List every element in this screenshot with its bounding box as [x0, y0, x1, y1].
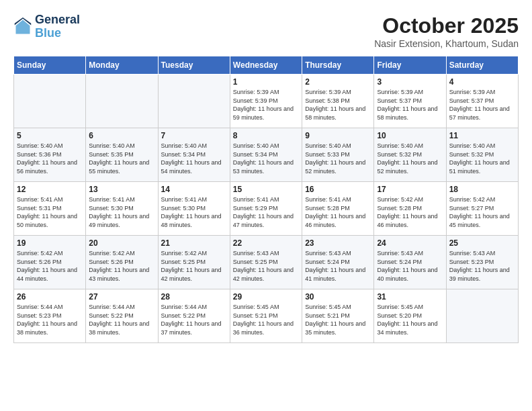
day-number: 17 [377, 185, 443, 194]
calendar-day-cell: 30Sunrise: 5:45 AM Sunset: 5:21 PM Dayli… [302, 289, 374, 343]
day-info: Sunrise: 5:41 AM Sunset: 5:29 PM Dayligh… [233, 195, 299, 229]
day-number: 23 [305, 238, 371, 248]
day-info: Sunrise: 5:42 AM Sunset: 5:25 PM Dayligh… [161, 249, 227, 283]
day-number: 29 [233, 292, 299, 302]
day-info: Sunrise: 5:43 AM Sunset: 5:25 PM Dayligh… [233, 249, 299, 283]
title-block: October 2025 Nasir Extension, Khartoum, … [374, 13, 519, 49]
day-number: 4 [449, 77, 515, 87]
calendar-day-cell [446, 289, 518, 343]
calendar-day-cell: 1Sunrise: 5:39 AM Sunset: 5:39 PM Daylig… [230, 75, 302, 128]
calendar-day-cell: 12Sunrise: 5:41 AM Sunset: 5:31 PM Dayli… [14, 182, 86, 236]
day-number: 25 [449, 238, 515, 248]
calendar-day-cell: 24Sunrise: 5:43 AM Sunset: 5:24 PM Dayli… [374, 236, 446, 289]
logo-line1: General [35, 13, 80, 27]
day-number: 16 [305, 185, 371, 194]
calendar-day-cell: 11Sunrise: 5:40 AM Sunset: 5:32 PM Dayli… [446, 128, 518, 182]
day-number: 26 [17, 292, 83, 302]
day-number: 14 [161, 185, 227, 194]
weekday-header-cell: Tuesday [158, 56, 230, 75]
logo-icon [13, 17, 32, 36]
day-number: 19 [17, 238, 83, 248]
calendar-day-cell [14, 75, 86, 128]
weekday-header-cell: Monday [86, 56, 158, 75]
calendar-day-cell: 25Sunrise: 5:43 AM Sunset: 5:23 PM Dayli… [446, 236, 518, 289]
day-number: 24 [377, 238, 443, 248]
page-header: General Blue October 2025 Nasir Extensio… [13, 13, 519, 49]
logo-text: General Blue [35, 13, 80, 40]
day-number: 10 [377, 131, 443, 140]
day-number: 22 [233, 238, 299, 248]
day-number: 1 [233, 77, 299, 87]
calendar-day-cell: 19Sunrise: 5:42 AM Sunset: 5:26 PM Dayli… [14, 236, 86, 289]
day-number: 30 [305, 292, 371, 302]
day-number: 13 [89, 185, 154, 194]
day-info: Sunrise: 5:43 AM Sunset: 5:23 PM Dayligh… [449, 249, 515, 283]
month-title: October 2025 [374, 13, 519, 38]
day-number: 3 [377, 77, 443, 87]
calendar-day-cell [158, 75, 230, 128]
day-number: 8 [233, 131, 299, 140]
day-info: Sunrise: 5:40 AM Sunset: 5:35 PM Dayligh… [89, 142, 154, 175]
weekday-header-cell: Thursday [302, 56, 374, 75]
calendar-body: 1Sunrise: 5:39 AM Sunset: 5:39 PM Daylig… [14, 75, 519, 343]
calendar-day-cell: 7Sunrise: 5:40 AM Sunset: 5:34 PM Daylig… [158, 128, 230, 182]
weekday-header-cell: Sunday [14, 56, 86, 75]
day-info: Sunrise: 5:40 AM Sunset: 5:32 PM Dayligh… [449, 142, 515, 175]
day-info: Sunrise: 5:40 AM Sunset: 5:36 PM Dayligh… [17, 142, 83, 175]
day-number: 27 [89, 292, 154, 302]
calendar-day-cell: 31Sunrise: 5:45 AM Sunset: 5:20 PM Dayli… [374, 289, 446, 343]
day-number: 15 [233, 185, 299, 194]
day-info: Sunrise: 5:43 AM Sunset: 5:24 PM Dayligh… [305, 249, 371, 283]
day-info: Sunrise: 5:42 AM Sunset: 5:27 PM Dayligh… [449, 195, 515, 229]
day-info: Sunrise: 5:41 AM Sunset: 5:28 PM Dayligh… [305, 195, 371, 229]
day-number: 7 [161, 131, 227, 140]
calendar-day-cell: 10Sunrise: 5:40 AM Sunset: 5:32 PM Dayli… [374, 128, 446, 182]
calendar-day-cell: 17Sunrise: 5:42 AM Sunset: 5:28 PM Dayli… [374, 182, 446, 236]
calendar-day-cell: 2Sunrise: 5:39 AM Sunset: 5:38 PM Daylig… [302, 75, 374, 128]
day-number: 21 [161, 238, 227, 248]
calendar-day-cell: 27Sunrise: 5:44 AM Sunset: 5:22 PM Dayli… [86, 289, 158, 343]
day-number: 5 [17, 131, 83, 140]
day-info: Sunrise: 5:44 AM Sunset: 5:22 PM Dayligh… [89, 303, 154, 336]
day-info: Sunrise: 5:44 AM Sunset: 5:23 PM Dayligh… [17, 303, 83, 336]
calendar-day-cell: 23Sunrise: 5:43 AM Sunset: 5:24 PM Dayli… [302, 236, 374, 289]
calendar-day-cell: 5Sunrise: 5:40 AM Sunset: 5:36 PM Daylig… [14, 128, 86, 182]
calendar-table: SundayMondayTuesdayWednesdayThursdayFrid… [13, 56, 519, 343]
day-number: 6 [89, 131, 154, 140]
calendar-day-cell: 16Sunrise: 5:41 AM Sunset: 5:28 PM Dayli… [302, 182, 374, 236]
day-number: 11 [449, 131, 515, 140]
day-number: 31 [377, 292, 443, 302]
day-info: Sunrise: 5:40 AM Sunset: 5:34 PM Dayligh… [233, 142, 299, 175]
day-info: Sunrise: 5:43 AM Sunset: 5:24 PM Dayligh… [377, 249, 443, 283]
calendar-day-cell: 8Sunrise: 5:40 AM Sunset: 5:34 PM Daylig… [230, 128, 302, 182]
location: Nasir Extension, Khartoum, Sudan [374, 38, 519, 49]
calendar-day-cell: 29Sunrise: 5:45 AM Sunset: 5:21 PM Dayli… [230, 289, 302, 343]
calendar-day-cell [86, 75, 158, 128]
calendar-week-row: 12Sunrise: 5:41 AM Sunset: 5:31 PM Dayli… [14, 182, 519, 236]
day-info: Sunrise: 5:42 AM Sunset: 5:26 PM Dayligh… [89, 249, 154, 283]
day-info: Sunrise: 5:40 AM Sunset: 5:34 PM Dayligh… [161, 142, 227, 175]
calendar-day-cell: 3Sunrise: 5:39 AM Sunset: 5:37 PM Daylig… [374, 75, 446, 128]
day-info: Sunrise: 5:41 AM Sunset: 5:31 PM Dayligh… [17, 195, 83, 229]
weekday-header-cell: Friday [374, 56, 446, 75]
calendar-day-cell: 13Sunrise: 5:41 AM Sunset: 5:30 PM Dayli… [86, 182, 158, 236]
day-number: 2 [305, 77, 371, 87]
logo: General Blue [13, 13, 80, 40]
day-info: Sunrise: 5:40 AM Sunset: 5:32 PM Dayligh… [377, 142, 443, 175]
calendar-week-row: 1Sunrise: 5:39 AM Sunset: 5:39 PM Daylig… [14, 75, 519, 128]
day-number: 20 [89, 238, 154, 248]
calendar-day-cell: 15Sunrise: 5:41 AM Sunset: 5:29 PM Dayli… [230, 182, 302, 236]
day-info: Sunrise: 5:41 AM Sunset: 5:30 PM Dayligh… [161, 195, 227, 229]
day-info: Sunrise: 5:39 AM Sunset: 5:38 PM Dayligh… [305, 88, 371, 122]
day-info: Sunrise: 5:39 AM Sunset: 5:37 PM Dayligh… [449, 88, 515, 122]
day-number: 18 [449, 185, 515, 194]
weekday-header-cell: Saturday [446, 56, 518, 75]
calendar-day-cell: 21Sunrise: 5:42 AM Sunset: 5:25 PM Dayli… [158, 236, 230, 289]
calendar-day-cell: 28Sunrise: 5:44 AM Sunset: 5:22 PM Dayli… [158, 289, 230, 343]
day-info: Sunrise: 5:45 AM Sunset: 5:21 PM Dayligh… [305, 303, 371, 336]
calendar-day-cell: 6Sunrise: 5:40 AM Sunset: 5:35 PM Daylig… [86, 128, 158, 182]
calendar-day-cell: 22Sunrise: 5:43 AM Sunset: 5:25 PM Dayli… [230, 236, 302, 289]
calendar-day-cell: 20Sunrise: 5:42 AM Sunset: 5:26 PM Dayli… [86, 236, 158, 289]
calendar-day-cell: 18Sunrise: 5:42 AM Sunset: 5:27 PM Dayli… [446, 182, 518, 236]
logo-line2: Blue [35, 26, 61, 40]
